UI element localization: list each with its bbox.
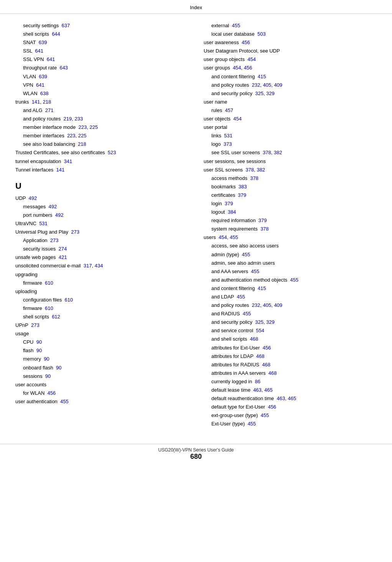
page-ref-link[interactable]: 379	[259, 218, 267, 223]
page-ref-link[interactable]: 456	[242, 40, 250, 45]
page-ref-link[interactable]: 232	[252, 82, 260, 88]
page-ref-link[interactable]: 610	[45, 305, 53, 311]
page-ref-link[interactable]: 378	[245, 167, 254, 173]
page-ref-link[interactable]: 468	[262, 362, 270, 368]
page-ref-link[interactable]: 421	[59, 254, 67, 260]
page-ref-link[interactable]: 382	[257, 167, 265, 173]
page-ref-link[interactable]: 378	[263, 150, 271, 155]
page-ref-link[interactable]: 329	[266, 319, 275, 325]
page-ref-link[interactable]: 641	[36, 82, 44, 88]
page-ref-link[interactable]: 325	[255, 319, 264, 325]
page-ref-link[interactable]: 457	[225, 107, 233, 113]
page-ref-link[interactable]: 409	[274, 302, 282, 308]
page-ref-link[interactable]: 90	[56, 365, 61, 371]
page-ref-link[interactable]: 456	[48, 390, 56, 396]
page-ref-link[interactable]: 90	[36, 348, 42, 353]
page-ref-link[interactable]: 492	[28, 195, 37, 201]
page-ref-link[interactable]: 612	[52, 314, 60, 320]
page-ref-link[interactable]: 554	[256, 328, 264, 333]
page-ref-link[interactable]: 468	[256, 353, 265, 359]
page-ref-link[interactable]: 465	[288, 396, 296, 401]
page-ref-link[interactable]: 218	[78, 141, 86, 147]
page-ref-link[interactable]: 271	[45, 107, 54, 113]
page-ref-link[interactable]: 232	[252, 302, 260, 308]
page-ref-link[interactable]: 643	[59, 65, 68, 71]
page-ref-link[interactable]: 434	[95, 263, 103, 269]
page-ref-link[interactable]: 638	[40, 91, 49, 96]
page-ref-link[interactable]: 415	[258, 285, 266, 291]
page-ref-link[interactable]: 456	[268, 404, 276, 410]
page-ref-link[interactable]: 503	[257, 31, 266, 37]
page-ref-link[interactable]: 523	[108, 150, 116, 155]
page-ref-link[interactable]: 219	[64, 116, 72, 122]
page-ref-link[interactable]: 341	[64, 158, 72, 164]
page-ref-link[interactable]: 641	[35, 48, 43, 54]
page-ref-link[interactable]: 455	[237, 294, 245, 300]
page-ref-link[interactable]: 455	[242, 252, 250, 257]
page-ref-link[interactable]: 455	[232, 23, 240, 28]
page-ref-link[interactable]: 456	[263, 345, 271, 351]
page-ref-link[interactable]: 454	[233, 65, 241, 71]
page-ref-link[interactable]: 639	[39, 74, 47, 79]
page-ref-link[interactable]: 468	[250, 336, 258, 342]
page-ref-link[interactable]: 492	[48, 204, 57, 209]
page-ref-link[interactable]: 454	[233, 116, 242, 122]
page-ref-link[interactable]: 378	[260, 226, 269, 232]
page-ref-link[interactable]: 454	[219, 234, 227, 240]
page-ref-link[interactable]: 641	[47, 56, 55, 62]
page-ref-link[interactable]: 456	[244, 65, 252, 71]
page-ref-link[interactable]: 637	[61, 23, 70, 28]
page-ref-link[interactable]: 610	[45, 280, 53, 286]
page-ref-link[interactable]: 531	[224, 133, 232, 138]
page-ref-link[interactable]: 378	[250, 175, 259, 181]
page-ref-link[interactable]: 455	[60, 399, 69, 404]
page-ref-link[interactable]: 455	[230, 234, 238, 240]
page-ref-link[interactable]: 463	[277, 396, 285, 401]
page-ref-link[interactable]: 639	[39, 40, 47, 45]
page-ref-link[interactable]: 273	[71, 229, 79, 235]
page-ref-link[interactable]: 455	[248, 421, 256, 427]
page-ref-link[interactable]: 382	[274, 150, 282, 155]
page-ref-link[interactable]: 223	[67, 133, 76, 138]
page-ref-link[interactable]: 317	[84, 263, 92, 269]
page-ref-link[interactable]: 405	[263, 82, 271, 88]
page-ref-link[interactable]: 225	[89, 124, 98, 130]
page-ref-link[interactable]: 273	[50, 237, 59, 243]
page-ref-link[interactable]: 223	[79, 124, 87, 130]
page-ref-link[interactable]: 90	[36, 339, 42, 345]
page-ref-link[interactable]: 409	[274, 82, 282, 88]
page-ref-link[interactable]: 329	[266, 91, 275, 96]
page-ref-link[interactable]: 273	[31, 322, 40, 328]
page-ref-link[interactable]: 531	[39, 221, 48, 226]
page-ref-link[interactable]: 218	[43, 99, 51, 105]
page-ref-link[interactable]: 465	[264, 387, 273, 393]
page-ref-link[interactable]: 610	[64, 297, 73, 303]
page-ref-link[interactable]: 644	[52, 31, 60, 37]
page-ref-link[interactable]: 141	[56, 167, 64, 173]
page-ref-link[interactable]: 90	[44, 356, 49, 362]
page-ref-link[interactable]: 405	[263, 302, 271, 308]
page-ref-link[interactable]: 492	[55, 212, 64, 218]
page-ref-link[interactable]: 383	[239, 184, 247, 190]
page-ref-link[interactable]: 468	[268, 370, 277, 376]
page-ref-link[interactable]: 454	[247, 56, 256, 62]
page-ref-link[interactable]: 141	[32, 99, 40, 105]
entry-text: Tunnel interfaces 141	[15, 166, 188, 174]
page-ref-link[interactable]: 86	[255, 379, 260, 384]
page-ref-link[interactable]: 415	[258, 74, 266, 79]
page-ref-link[interactable]: 455	[261, 412, 269, 418]
page-ref-link[interactable]: 463	[253, 387, 262, 393]
page-ref-link[interactable]: 225	[78, 133, 87, 138]
page-ref-link[interactable]: 379	[238, 192, 246, 198]
page-ref-link[interactable]: 455	[243, 311, 251, 316]
page-ref-link[interactable]: 379	[225, 201, 233, 206]
index-entry: user SSL screens 378, 382	[204, 166, 377, 174]
page-ref-link[interactable]: 455	[290, 277, 298, 283]
page-ref-link[interactable]: 274	[58, 246, 67, 252]
page-ref-link[interactable]: 325	[255, 91, 264, 96]
page-ref-link[interactable]: 373	[224, 141, 232, 147]
page-ref-link[interactable]: 233	[74, 116, 83, 122]
page-ref-link[interactable]: 384	[228, 209, 236, 215]
page-ref-link[interactable]: 90	[45, 373, 51, 379]
page-ref-link[interactable]: 455	[251, 269, 259, 274]
